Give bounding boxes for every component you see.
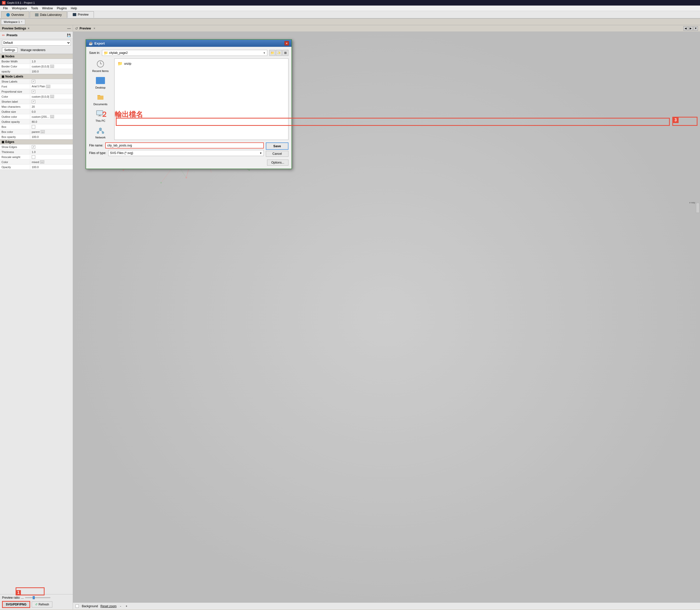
settings-tabs: Settings Manage renderers	[0, 47, 73, 54]
dialog-overlay: ☕ Export × Save in: 📁 citylab_page2 ▼	[73, 32, 700, 603]
prop-font-value[interactable]: Arial 5 Plain ...	[30, 84, 73, 89]
nav-this-pc[interactable]: This PC	[90, 108, 111, 123]
prop-edges-opacity: Opacity 100.0	[0, 164, 73, 170]
dialog-title: Export	[94, 42, 105, 45]
file-type-combo[interactable]: SVG Files (*.svg) ▼	[108, 150, 264, 156]
prop-show-edges-value[interactable]	[30, 145, 73, 149]
prop-show-edges-label: Show Edges	[0, 145, 30, 149]
canvas-area: Forget the border is... The new meme?...…	[73, 32, 700, 603]
prop-shorten-label-value[interactable]	[30, 99, 73, 104]
documents-icon	[95, 93, 106, 102]
box-checkbox[interactable]	[32, 125, 35, 129]
prop-outline-color-value[interactable]: custom [255... ...	[30, 114, 73, 119]
unzip-folder-icon: 📁	[117, 61, 123, 66]
menu-help[interactable]: Help	[69, 6, 79, 11]
prop-proportional-size-value[interactable]	[30, 89, 73, 94]
panel-minimize-icon[interactable]: —	[67, 27, 71, 30]
prop-box-color-value[interactable]: parent ...	[30, 130, 73, 134]
zoom-minus-btn[interactable]: -	[119, 605, 122, 608]
preview-ratio-slider[interactable]	[25, 597, 50, 598]
nav-desktop[interactable]: Desktop	[90, 75, 111, 90]
save-preset-icon[interactable]: 💾	[67, 33, 71, 37]
menu-file[interactable]: File	[1, 6, 10, 11]
prop-border-color: Border Color custom [0,0,0] ...	[0, 64, 73, 69]
prop-rescale-weight: Rescale weight	[0, 155, 73, 160]
preview-panel-close-icon[interactable]: ×	[93, 27, 95, 30]
workspace-tab-close[interactable]: ×	[21, 20, 22, 23]
nav-recent-items-label: Recent Items	[92, 69, 109, 73]
preset-dropdown[interactable]: Default	[2, 40, 71, 46]
nav-recent-items[interactable]: Recent Items	[90, 59, 111, 74]
tab-overview[interactable]: Overview	[1, 11, 29, 18]
prop-rescale-weight-label: Rescale weight	[0, 155, 30, 159]
tab-settings[interactable]: Settings	[2, 48, 17, 53]
reset-zoom-btn[interactable]: Reset zoom	[100, 605, 116, 608]
menu-window[interactable]: Window	[40, 6, 55, 11]
menu-plugins[interactable]: Plugins	[55, 6, 69, 11]
nav-forward-btn[interactable]: ▶	[688, 26, 693, 31]
collapse-edges-icon[interactable]: ▣	[1, 140, 4, 144]
prop-edges-color-label: Color	[0, 160, 30, 164]
nav-arrows: ◀ ▶ ▼	[683, 26, 698, 31]
menu-workspace[interactable]: Workspace	[10, 6, 29, 11]
prop-max-characters: Max characters 20	[0, 104, 73, 109]
prop-border-color-label: Border Color	[0, 64, 30, 68]
tab-preview[interactable]: Preview	[67, 11, 94, 18]
up-folder-btn[interactable]: ✨	[276, 50, 282, 56]
nav-documents[interactable]: Documents	[90, 92, 111, 107]
background-checkbox[interactable]	[76, 605, 79, 608]
workspace-tab-1[interactable]: Workspace 1 ×	[1, 19, 25, 25]
collapse-node-labels-icon[interactable]: ▣	[1, 75, 4, 78]
bottom-buttons: SVG/PDF/PNG ↺ Refresh	[2, 601, 71, 608]
file-type-value: SVG Files (*.svg)	[110, 151, 133, 155]
file-name-input[interactable]	[105, 142, 264, 148]
rescale-weight-checkbox[interactable]	[32, 155, 35, 159]
nav-network[interactable]: Network	[90, 125, 111, 140]
menu-tools[interactable]: Tools	[29, 6, 40, 11]
proportional-size-checkbox[interactable]	[32, 90, 35, 93]
prop-proportional-size: Proportional size	[0, 89, 73, 94]
svg-point-39	[102, 132, 104, 134]
prop-edges-color-value[interactable]: mixed ...	[30, 160, 73, 164]
cancel-button[interactable]: Cancel	[266, 151, 288, 157]
file-item-unzip[interactable]: 📁 unzip	[116, 60, 287, 67]
svg-point-37	[99, 128, 102, 130]
preview-settings-close-icon[interactable]: ×	[28, 27, 29, 30]
prop-box-value[interactable]	[30, 125, 73, 129]
tab-preview-label: Preview	[78, 13, 89, 16]
preview-settings-header: Preview Settings × —	[0, 25, 73, 32]
panel-menu-btn[interactable]: ▼	[694, 26, 698, 31]
tab-manage-renderers[interactable]: Manage renderers	[18, 48, 48, 53]
tab-data-laboratory[interactable]: Data Laboratory	[30, 11, 67, 18]
file-list-area[interactable]: 📁 unzip	[114, 59, 288, 140]
zoom-plus-btn[interactable]: +	[125, 605, 128, 608]
prop-border-color-value[interactable]: custom [0,0,0] ...	[30, 64, 73, 68]
prop-color-value[interactable]: custom [0,0,0] ...	[30, 94, 73, 99]
refresh-button[interactable]: ↺ Refresh	[32, 601, 52, 608]
shorten-label-checkbox[interactable]	[32, 100, 35, 103]
prop-box-opacity-value: 100.0	[30, 135, 73, 139]
export-button[interactable]: SVG/PDF/PNG	[2, 601, 30, 608]
bottom-bar: Background Reset zoom - +	[73, 603, 700, 610]
prop-show-labels-value[interactable]	[30, 79, 73, 84]
toolbar-icons: 📁 ✨ ⊞	[269, 50, 288, 56]
show-edges-checkbox[interactable]	[32, 145, 35, 149]
show-labels-checkbox[interactable]	[32, 80, 35, 83]
new-folder-btn[interactable]: 📁	[269, 50, 275, 56]
save-in-combo[interactable]: 📁 citylab_page2 ▼	[102, 50, 267, 56]
monitor-icon	[73, 13, 76, 16]
nav-back-btn[interactable]: ◀	[683, 26, 688, 31]
save-button[interactable]: Save	[266, 142, 288, 150]
prop-show-labels-label: Show Labels	[0, 80, 30, 83]
preview-ratio-row: Preview ratio: ...	[2, 596, 71, 599]
prop-rescale-weight-value[interactable]	[30, 155, 73, 159]
node-labels-group-header: ▣ Node Labels	[0, 74, 73, 79]
collapse-nodes-icon[interactable]: ▣	[1, 54, 4, 58]
view-mode-btn[interactable]: ⊞	[282, 50, 288, 56]
main-layout: Preview Settings × — ✏ Presets 💾 Default…	[0, 25, 700, 610]
options-button[interactable]: Options...	[267, 160, 288, 165]
background-label: Background	[82, 605, 98, 608]
dialog-close-button[interactable]: ×	[284, 41, 289, 46]
prop-border-width-label: Border Width	[0, 59, 30, 63]
prop-border-width-value: 1.0	[30, 59, 73, 63]
